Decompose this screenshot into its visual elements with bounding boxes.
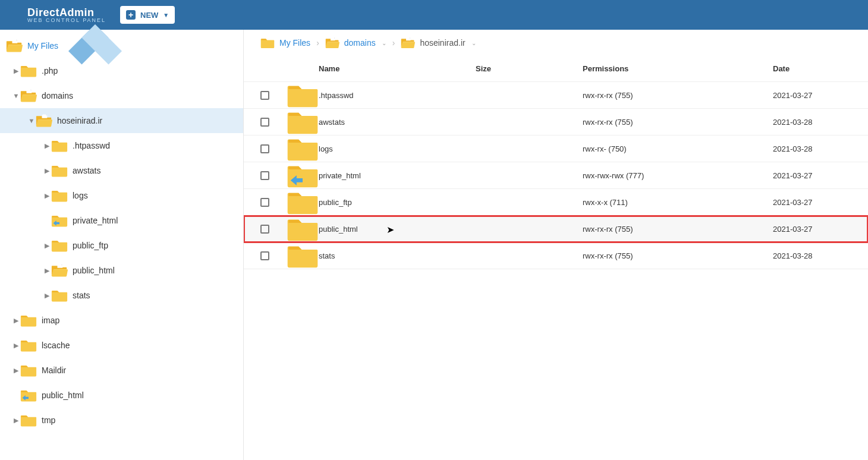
cell-name: private_html: [319, 171, 476, 180]
table-row[interactable]: logsrwx-rx- (750)2021-03-28: [244, 136, 868, 162]
table-header: Name Size Permissions Date: [244, 56, 868, 82]
chevron-down-icon[interactable]: ⌄: [471, 40, 476, 46]
expand-toggle-icon[interactable]: ▶: [12, 67, 20, 75]
table-row[interactable]: awstatsrwx-rx-rx (755)2021-03-28: [244, 109, 868, 136]
sidebar-tree: My Files ▶.php▼domains▼hoseinirad.ir▶.ht…: [0, 30, 244, 460]
breadcrumb-label: hoseinirad.ir: [420, 38, 465, 48]
cell-permissions: rwx-rx-rx (755): [583, 91, 773, 100]
cell-date: 2021-03-27: [773, 171, 856, 180]
breadcrumb-item[interactable]: domains⌄: [325, 37, 386, 49]
expand-toggle-icon[interactable]: ▶: [43, 142, 51, 150]
cell-name: awstats: [319, 118, 476, 127]
new-button[interactable]: + NEW ▼: [120, 6, 175, 24]
folder-open-icon: [36, 114, 52, 128]
cell-name: stats: [319, 251, 476, 260]
cell-permissions: rwx-rwx-rwx (777): [583, 171, 773, 180]
tree-item[interactable]: ▶lscache: [0, 333, 243, 358]
cell-name: logs: [319, 144, 476, 153]
cell-date: 2021-03-27: [773, 198, 856, 207]
expand-toggle-icon[interactable]: ▶: [12, 417, 20, 424]
tree-item[interactable]: ▶stats: [0, 283, 243, 308]
logo-icon: [6, 7, 23, 23]
folder-link-icon: [51, 213, 68, 228]
cell-name: public_ftp: [319, 198, 476, 207]
expand-toggle-icon[interactable]: ▶: [43, 267, 51, 275]
row-checkbox[interactable]: [260, 144, 269, 153]
tree-item[interactable]: ▼domains: [0, 83, 243, 108]
col-date[interactable]: Date: [773, 64, 856, 73]
col-permissions[interactable]: Permissions: [583, 64, 773, 73]
tree-item[interactable]: ▶public_ftp: [0, 233, 243, 258]
tree-item[interactable]: ▶public_html: [0, 258, 243, 283]
tree-item[interactable]: private_html: [0, 208, 243, 233]
expand-toggle-icon[interactable]: ▶: [12, 367, 20, 374]
expand-toggle-icon[interactable]: ▼: [12, 92, 20, 99]
folder-open-icon: [401, 37, 415, 49]
row-checkbox[interactable]: [260, 91, 269, 100]
tree-item[interactable]: ▶Maildir: [0, 358, 243, 383]
table-row[interactable]: public_htmlrwx-rx-rx (755)2021-03-27➤: [244, 216, 868, 242]
row-checkbox[interactable]: [260, 198, 269, 207]
breadcrumb: My Files›domains⌄›hoseinirad.ir⌄: [244, 30, 868, 56]
tree-item[interactable]: ▶.htpasswd: [0, 133, 243, 158]
folder-icon: [51, 138, 68, 153]
expand-toggle-icon[interactable]: ▶: [43, 292, 51, 300]
tree-item-label: domains: [42, 91, 73, 100]
folder-icon: [51, 238, 68, 253]
tree-item-label: Maildir: [42, 366, 66, 375]
folder-icon: [51, 288, 68, 303]
brand-text: DirectAdmin: [27, 7, 106, 18]
tree-root[interactable]: My Files: [0, 33, 243, 58]
folder-open-icon: [6, 39, 23, 53]
brand-subtitle: web control panel: [27, 18, 106, 23]
table-row[interactable]: .htpasswdrwx-rx-rx (755)2021-03-27: [244, 82, 868, 109]
tree-item-label: lscache: [42, 341, 70, 350]
tree-item[interactable]: ▶tmp: [0, 408, 243, 433]
col-name[interactable]: Name: [319, 64, 476, 73]
expand-toggle-icon[interactable]: ▶: [43, 242, 51, 250]
expand-toggle-icon[interactable]: ▶: [43, 167, 51, 175]
brand-logo[interactable]: DirectAdmin web control panel: [6, 7, 106, 23]
folder-icon: [20, 363, 37, 377]
expand-toggle-icon[interactable]: ▶: [43, 192, 51, 200]
breadcrumb-separator-icon: ›: [392, 38, 395, 48]
row-checkbox[interactable]: [260, 251, 269, 260]
tree-item[interactable]: public_html: [0, 383, 243, 408]
expand-toggle-icon[interactable]: ▶: [12, 342, 20, 349]
table-row[interactable]: statsrwx-rx-rx (755)2021-03-28: [244, 242, 868, 269]
cell-date: 2021-03-27: [773, 91, 856, 100]
table-row[interactable]: private_htmlrwx-rwx-rwx (777)2021-03-27: [244, 162, 868, 189]
tree-item[interactable]: ▶logs: [0, 183, 243, 208]
row-checkbox[interactable]: [260, 171, 269, 180]
folder-icon: [20, 313, 37, 327]
row-checkbox[interactable]: [260, 225, 269, 234]
expand-toggle-icon[interactable]: ▼: [27, 117, 36, 124]
tree-item-label: .htpasswd: [73, 141, 110, 150]
col-size[interactable]: Size: [476, 64, 583, 73]
table-row[interactable]: public_ftprwx-x-x (711)2021-03-27: [244, 189, 868, 216]
breadcrumb-label: domains: [344, 38, 376, 48]
folder-link-icon: [20, 388, 37, 402]
tree-item[interactable]: ▼hoseinirad.ir: [0, 108, 243, 133]
tree-item-label: tmp: [42, 415, 55, 425]
breadcrumb-item[interactable]: My Files: [260, 37, 310, 49]
tree-item[interactable]: ▶imap: [0, 308, 243, 333]
expand-toggle-icon[interactable]: ▶: [12, 317, 20, 324]
tree-item-label: awstats: [73, 166, 100, 175]
breadcrumb-item[interactable]: hoseinirad.ir⌄: [401, 37, 476, 49]
chevron-down-icon: ▼: [163, 12, 169, 18]
main-panel: My Files›domains⌄›hoseinirad.ir⌄ Name Si…: [244, 30, 868, 460]
cell-permissions: rwx-rx-rx (755): [583, 118, 773, 127]
folder-open-icon: [325, 37, 339, 49]
cell-permissions: rwx-rx-rx (755): [583, 251, 773, 260]
tree-item[interactable]: ▶awstats: [0, 158, 243, 183]
top-header: DirectAdmin web control panel + NEW ▼: [0, 0, 868, 30]
tree-item-label: logs: [73, 191, 88, 200]
plus-icon: +: [126, 10, 136, 20]
chevron-down-icon[interactable]: ⌄: [382, 40, 386, 46]
breadcrumb-label: My Files: [279, 38, 310, 48]
row-checkbox[interactable]: [260, 118, 269, 127]
cell-date: 2021-03-28: [773, 118, 856, 127]
folder-icon: [51, 188, 68, 203]
tree-item[interactable]: ▶.php: [0, 58, 243, 83]
